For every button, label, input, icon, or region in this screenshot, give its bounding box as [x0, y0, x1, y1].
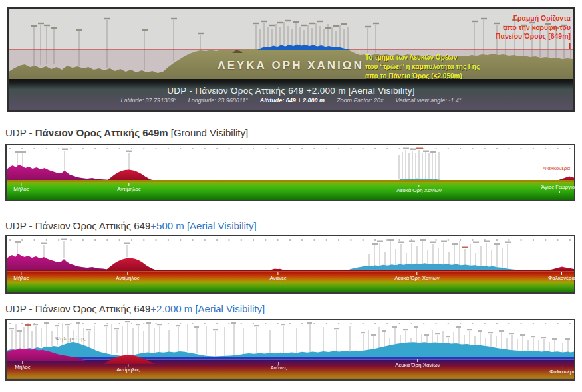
curvature-note-line: που “τρώει” η καμπυλότητα της Γης [365, 62, 480, 72]
title-prefix: UDP - Πάνειον Όρος Αττικής 649 [5, 220, 150, 231]
sea-horizon-line [7, 357, 574, 360]
label-falkonera: Φαλκονέρα [549, 366, 576, 375]
callout-lines [17, 150, 439, 180]
label-agios-georgios: Άγιος Γεώργιος [541, 185, 577, 193]
falkonera-profile [551, 267, 574, 270]
callout-lines [17, 241, 508, 268]
aerial-2000-profile-svg [7, 320, 574, 379]
panorama-meta: Latitude: 37.791389°Longitude: 23.968611… [115, 97, 468, 104]
antimilos-profile [108, 170, 153, 181]
ground-visibility-chart: Μήλος Αντίμηλος Λευκά Όρη Χανίων Φαλκονέ… [5, 144, 575, 201]
title-accent: +2.000 m [Aerial Visibility] [150, 303, 265, 314]
meta-view-angle: Vertical view angle: -1.4° [396, 97, 462, 104]
horizon-note-line: απο την κορυφή του [496, 23, 571, 33]
label-lefka-ori: Λευκά Όρη Χανίων [395, 359, 440, 368]
horizon-band [7, 270, 574, 272]
panorama-main-label: ΛΕΥΚΑ ΟΡΗ ΧΑΝΙΩΝ [218, 59, 363, 72]
label-milos: Μήλος [13, 272, 29, 281]
title-suffix: [Ground Visibility] [168, 127, 249, 138]
panorama-title: UDP - Πάνειον Όρος Αττικής 649 +2.000 m … [167, 86, 415, 96]
label-psiloritis: Ψηλορείτης [55, 336, 86, 342]
ananes-profile [271, 269, 283, 270]
label-lefka-ori: Λευκά Όρη Χανίων [396, 185, 441, 193]
agios-georgios-profile [559, 176, 574, 180]
lefka-ori-profile [349, 263, 516, 270]
label-antimilos: Αντίμηλος [117, 183, 140, 192]
label-falkonera: Φαλκονέρα [543, 166, 570, 175]
horizon-note-line: Γραμμή Ορίζοντα [496, 14, 571, 23]
aerial-2000-chart: Ψηλορείτης Μήλος Αντίμηλος Ανάνες Λευκά … [5, 319, 575, 381]
label-ananes: Ανάνες [270, 362, 287, 371]
title-accent: +500 m [Aerial Visibility] [150, 220, 256, 231]
panorama-infoband: UDP - Πάνειον Όρος Αττικής 649 +2.000 m … [9, 79, 573, 110]
label-lefka-ori: Λευκά Όρη Χανίων [394, 272, 439, 281]
ground-profile-svg [7, 145, 574, 200]
ground-band [7, 360, 574, 380]
title-prefix: UDP - Πάνειον Όρος Αττικής 649 [5, 303, 150, 314]
meta-longitude: Longitude: 23.968611° [188, 97, 248, 104]
milos-profile [7, 165, 110, 180]
horizon-band [7, 180, 574, 182]
meta-altitude: Altitude: 649 + 2.000 m [260, 97, 325, 104]
lefka-ori-profile [399, 178, 441, 180]
aerial-500-profile-svg [7, 236, 574, 292]
label-antimilos: Αντίμηλος [116, 272, 139, 281]
ground-band [7, 272, 574, 293]
horizon-note-line: Πανείου Όρους [649m] [496, 32, 571, 41]
meta-zoom-factor: Zoom Factor: 20x [337, 97, 384, 104]
lefka-ori-and-crete-profile [7, 342, 574, 357]
label-falkonera: Φαλκονέρα [548, 272, 575, 281]
panel-title-aerial-2000: UDP - Πάνειον Όρος Αττικής 649+2.000 m [… [5, 303, 265, 314]
label-antimilos: Αντίμηλος [116, 364, 140, 373]
meta-latitude: Latitude: 37.791389° [121, 97, 176, 104]
curvature-arrow-icon: ▲▼ [359, 52, 359, 80]
label-milos: Μήλος [13, 183, 29, 192]
label-milos: Μήλος [15, 361, 30, 370]
curvature-note: Το τμήμα των Λευκών Ορέων που “τρώει” η … [365, 53, 480, 81]
panorama-report-page: ΛΕΥΚΑ ΟΡΗ ΧΑΝΙΩΝ Γραμμή Ορίζοντα απο την… [0, 0, 582, 392]
panorama-panel: ΛΕΥΚΑ ΟΡΗ ΧΑΝΙΩΝ Γραμμή Ορίζοντα απο την… [7, 7, 575, 112]
panel-title-ground: UDP - Πάνειον Όρος Αττικής 649m [Ground … [5, 127, 248, 138]
horizon-note: Γραμμή Ορίζοντα απο την κορυφή του Πανεί… [496, 14, 571, 41]
ground-band [7, 182, 574, 200]
title-prefix: UDP - [5, 127, 35, 138]
aerial-500-chart: Μήλος Αντίμηλος Ανάνες Λευκά Όρη Χανίων … [5, 235, 575, 294]
title-strong: Πάνειον Όρος Αττικής 649m [35, 127, 168, 138]
panel-title-aerial-500: UDP - Πάνειον Όρος Αττικής 649+500 m [Ae… [5, 220, 257, 231]
callout-labels [15, 148, 436, 153]
antimilos-profile [106, 258, 155, 270]
curvature-note-line: Το τμήμα των Λευκών Ορέων [365, 53, 480, 62]
label-ananes: Ανάνες [269, 272, 286, 281]
panorama-overlay: ΛΕΥΚΑ ΟΡΗ ΧΑΝΙΩΝ Γραμμή Ορίζοντα απο την… [9, 9, 573, 79]
milos-profile [7, 254, 110, 270]
